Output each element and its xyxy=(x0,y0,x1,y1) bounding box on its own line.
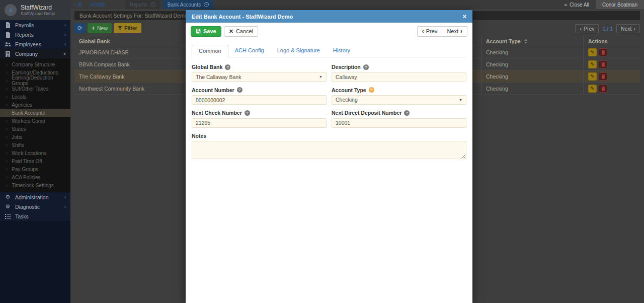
next-page-button[interactable]: Next› xyxy=(616,24,640,33)
circle-bullet-icon: ○ xyxy=(6,152,8,155)
column-header-account-type[interactable]: Account Type xyxy=(481,36,583,46)
sidebar: StaffWizard StaffWizard Demo Payrolls ‹ … xyxy=(0,0,70,303)
field-next-check-number: Next Check Number xyxy=(192,110,327,128)
home-link[interactable]: HOME xyxy=(91,2,106,8)
sidebar-subitem-shifts[interactable]: ○Shifts xyxy=(0,141,70,149)
sidebar-collapse-button[interactable]: ‹☰ xyxy=(70,2,87,8)
tab-logo-signature[interactable]: Logo & Signature xyxy=(271,45,327,57)
tab-ach-config[interactable]: ACH Config xyxy=(228,45,271,57)
trash-icon xyxy=(601,50,605,55)
field-global-bank: Global Bank The Callaway Bank ▼ xyxy=(192,64,327,82)
circle-bullet-icon: ○ xyxy=(6,79,8,83)
next-direct-deposit-number-input[interactable] xyxy=(332,118,466,128)
sidebar-subitem-workers-comp[interactable]: ○Workers Comp xyxy=(0,117,70,125)
account-number-input[interactable] xyxy=(192,95,327,105)
sidebar-subitem-agencies[interactable]: ○Agencies xyxy=(0,101,70,109)
circle-bullet-icon: ○ xyxy=(6,103,8,107)
notes-textarea[interactable] xyxy=(192,141,466,159)
page-indicator: 1 / 1 xyxy=(602,26,612,32)
delete-row-button[interactable] xyxy=(599,60,607,68)
sidebar-subitem-work-locations[interactable]: ○Work Locations xyxy=(0,149,70,157)
prev-page-button[interactable]: ‹Prev xyxy=(575,24,599,33)
filter-button[interactable]: Filter xyxy=(114,23,141,33)
refresh-icon: ⟳ xyxy=(77,25,83,32)
chevron-left-icon: ‹ xyxy=(64,195,66,200)
tab-close-icon[interactable]: × xyxy=(204,2,209,7)
field-description: Description xyxy=(332,64,466,82)
delete-row-button[interactable] xyxy=(599,48,607,56)
help-icon[interactable] xyxy=(225,64,230,70)
next-check-number-input[interactable] xyxy=(192,118,327,128)
sidebar-item-tasks[interactable]: Tasks xyxy=(0,211,70,221)
edit-row-button[interactable]: ✎ xyxy=(588,60,597,68)
help-icon[interactable] xyxy=(237,87,243,93)
help-icon[interactable] xyxy=(404,110,410,116)
sidebar-subitem-states[interactable]: ○States xyxy=(0,125,70,133)
sidebar-subitem-bank-accounts[interactable]: ○Bank Accounts xyxy=(0,109,70,117)
circle-bullet-icon: ○ xyxy=(6,168,8,171)
sidebar-item-employees[interactable]: Employees ‹ xyxy=(0,39,70,49)
field-label: Next Check Number xyxy=(192,110,242,116)
edit-row-button[interactable]: ✎ xyxy=(588,48,597,56)
sidebar-subitem-aca-policies[interactable]: ○ACA Policies xyxy=(0,173,70,181)
help-icon-orange[interactable] xyxy=(369,87,374,93)
delete-row-button[interactable] xyxy=(599,72,607,81)
help-icon[interactable] xyxy=(363,64,369,70)
column-header-actions: Actions xyxy=(583,36,640,46)
modal-close-icon[interactable]: × xyxy=(462,13,466,20)
chevron-left-icon: ‹ xyxy=(422,28,424,35)
building-icon xyxy=(5,51,11,57)
circle-bullet-icon: ○ xyxy=(6,111,8,115)
sidebar-item-label: Company xyxy=(15,51,38,57)
sidebar-item-administration[interactable]: ⚙ Administration ‹ xyxy=(0,192,70,202)
modal-toolbar: Save ✕ Cancel ‹Prev Next› xyxy=(186,23,472,40)
circle-bullet-icon: ○ xyxy=(6,119,8,123)
sidebar-subitem-locals[interactable]: ○Locals xyxy=(0,93,70,101)
sidebar-subitem-jobs[interactable]: ○Jobs xyxy=(0,133,70,141)
help-icon[interactable] xyxy=(245,110,250,116)
chevron-left-icon: ‹ xyxy=(64,23,66,28)
trash-icon xyxy=(601,74,605,79)
user-menu-button[interactable]: Conor Boatman xyxy=(596,0,644,9)
tab-common[interactable]: Common xyxy=(192,45,228,57)
circle-bullet-icon: ○ xyxy=(6,176,8,179)
app-subtitle: StaffWizard Demo xyxy=(21,11,55,16)
task-list-icon xyxy=(5,214,11,219)
field-next-direct-deposit-number: Next Direct Deposit Number xyxy=(332,110,466,128)
tab-reports[interactable]: Reports × xyxy=(125,0,160,9)
sidebar-subitem-earning-deduction-groups[interactable]: ○Earning/Deduction Groups xyxy=(0,77,70,85)
sidebar-subitem-paid-time-off[interactable]: ○Paid Time Off xyxy=(0,157,70,165)
sidebar-subitem-timeclock-settings[interactable]: ○Timeclock Settings xyxy=(0,181,70,189)
save-button[interactable]: Save xyxy=(191,26,221,37)
description-input[interactable] xyxy=(332,72,466,82)
account-type-select[interactable]: Checking ▼ xyxy=(332,95,466,105)
sidebar-item-diagnostic[interactable]: ⚙ Diagnostic ‹ xyxy=(0,202,70,211)
field-account-number: Account Number xyxy=(192,87,327,105)
tab-history[interactable]: History xyxy=(327,45,357,57)
edit-row-button[interactable]: ✎ xyxy=(588,85,597,93)
selected-value: Checking xyxy=(336,97,358,103)
funnel-icon xyxy=(118,26,122,31)
close-all-button[interactable]: « Close All xyxy=(557,2,595,8)
cancel-button[interactable]: ✕ Cancel xyxy=(224,26,258,37)
double-chevron-left-icon: « xyxy=(564,2,567,8)
sidebar-subitem-pay-groups[interactable]: ○Pay Groups xyxy=(0,165,70,173)
sidebar-item-payrolls[interactable]: Payrolls ‹ xyxy=(0,20,70,30)
top-nav-bar: ‹☰ HOME Reports × Bank Accounts × « Clos… xyxy=(70,0,644,9)
tab-bank-accounts[interactable]: Bank Accounts × xyxy=(163,0,213,9)
circle-bullet-icon: ○ xyxy=(6,71,8,74)
modal-next-button[interactable]: Next› xyxy=(442,26,467,37)
tab-close-icon[interactable]: × xyxy=(150,2,155,7)
sidebar-subitem-company-structure[interactable]: ○Company Structure xyxy=(0,60,70,68)
delete-row-button[interactable] xyxy=(599,85,607,93)
chevron-left-icon: ‹ xyxy=(64,32,66,37)
refresh-button[interactable]: ⟳ xyxy=(74,23,86,33)
sidebar-item-company[interactable]: Company ▾ xyxy=(0,49,70,58)
modal-prev-button[interactable]: ‹Prev xyxy=(417,26,442,37)
circle-bullet-icon: ○ xyxy=(6,143,8,147)
global-bank-select[interactable]: The Callaway Bank ▼ xyxy=(192,72,327,82)
edit-row-button[interactable]: ✎ xyxy=(588,72,597,81)
sidebar-item-reports[interactable]: Reports ‹ xyxy=(0,30,70,39)
new-button[interactable]: +New xyxy=(88,23,112,33)
chevron-left-icon: ‹ xyxy=(580,26,582,32)
